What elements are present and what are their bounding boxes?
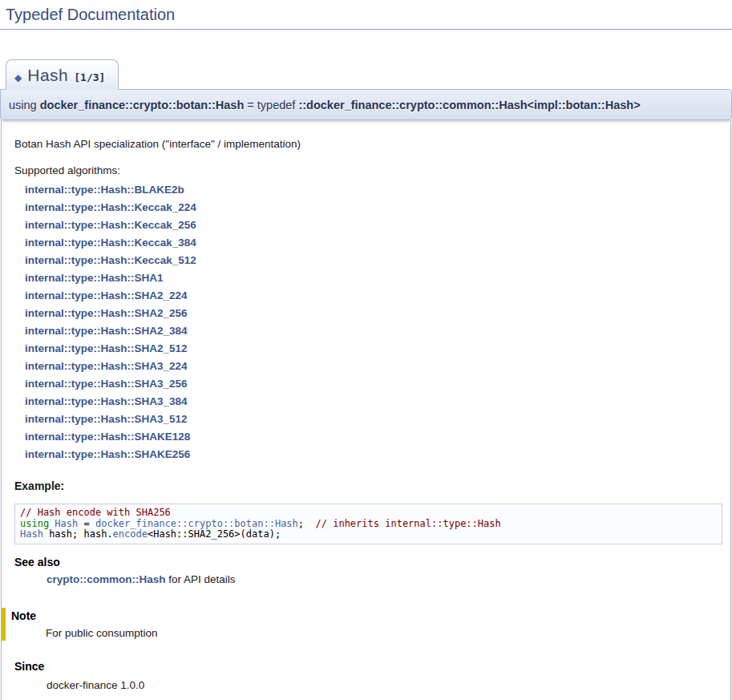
proto-typedef-target: ::docker_finance::crypto::common::Hash<i…	[298, 99, 640, 111]
algorithm-list-item: internal::type::Hash::SHA3_384	[25, 393, 722, 411]
algorithm-link[interactable]: internal::type::Hash::SHA1	[25, 272, 164, 284]
permalink-anchor-icon[interactable]: ◆	[14, 72, 22, 83]
algorithm-link[interactable]: internal::type::Hash::SHA2_512	[25, 342, 188, 354]
page-title: Typedef Documentation	[0, 0, 732, 30]
member-prototype: using docker_finance::crypto::botan::Has…	[0, 89, 732, 120]
see-also-content: crypto::common::Hash for API details	[47, 573, 722, 585]
since-section: Since docker-finance 1.0.0	[14, 660, 722, 691]
code-link-hash[interactable]: Hash	[20, 528, 43, 540]
algorithm-link[interactable]: internal::type::Hash::BLAKE2b	[25, 184, 184, 196]
algorithm-list-item: internal::type::Hash::SHA2_256	[25, 305, 722, 322]
algorithm-list-item: internal::type::Hash::SHA3_512	[25, 411, 722, 428]
algorithm-list-item: internal::type::Hash::SHA1	[25, 269, 722, 287]
see-also-label: See also	[14, 556, 722, 568]
algorithm-list-item: internal::type::Hash::SHA3_224	[25, 358, 722, 375]
see-also-link[interactable]: crypto::common::Hash	[47, 573, 166, 585]
algorithm-list-item: internal::type::Hash::SHA3_256	[25, 375, 722, 393]
note-content: For public consumption	[46, 627, 722, 639]
code-line: using Hash = docker_finance::crypto::bot…	[20, 519, 717, 530]
algorithm-list-item: internal::type::Hash::SHAKE128	[25, 428, 722, 446]
member-title-label: Hash	[27, 66, 68, 85]
algorithm-link[interactable]: internal::type::Hash::SHA3_224	[25, 360, 188, 372]
proto-connector: = typedef	[244, 99, 298, 111]
algorithm-list-item: internal::type::Hash::SHA2_512	[25, 340, 722, 358]
code-comment: // inherits internal::type::Hash	[316, 518, 501, 529]
algorithm-list-item: internal::type::Hash::SHA2_384	[25, 322, 722, 340]
algorithm-list-item: internal::type::Hash::SHAKE256	[25, 446, 722, 463]
algorithm-link[interactable]: internal::type::Hash::SHA3_256	[25, 378, 188, 390]
note-section: Note For public consumption	[2, 608, 722, 641]
algorithm-link[interactable]: internal::type::Hash::Keccak_256	[25, 219, 196, 231]
code-link-encode[interactable]: encode	[113, 528, 148, 540]
algorithm-link[interactable]: internal::type::Hash::SHA2_384	[25, 325, 188, 337]
algorithm-link[interactable]: internal::type::Hash::SHA3_384	[25, 395, 188, 407]
proto-typedef-name: docker_finance::crypto::botan::Hash	[40, 99, 245, 111]
example-label: Example:	[14, 479, 718, 492]
algorithm-list-item: internal::type::Hash::SHA2_224	[25, 287, 722, 305]
see-also-section: See also crypto::common::Hash for API de…	[14, 556, 722, 585]
algorithm-link[interactable]: internal::type::Hash::SHA2_224	[25, 289, 188, 301]
since-label: Since	[14, 660, 722, 673]
algorithm-list: internal::type::Hash::BLAKE2b internal::…	[25, 181, 722, 463]
typedef-member-hash: ◆ Hash [1/3] using docker_finance::crypt…	[0, 59, 732, 700]
algorithm-link[interactable]: internal::type::Hash::SHA3_512	[25, 413, 188, 425]
supported-algorithms-label: Supported algorithms:	[14, 164, 718, 176]
proto-using-keyword: using	[9, 99, 40, 111]
algorithm-link[interactable]: internal::type::Hash::SHAKE128	[25, 431, 190, 443]
code-keyword: using	[20, 518, 49, 529]
algorithm-list-item: internal::type::Hash::Keccak_224	[25, 199, 722, 216]
code-comment: // Hash encode with SHA256	[20, 507, 171, 518]
algorithm-link[interactable]: internal::type::Hash::Keccak_384	[25, 237, 196, 249]
code-line: Hash hash; hash.encode<Hash::SHA2_256>(d…	[20, 529, 717, 540]
algorithm-link[interactable]: internal::type::Hash::SHAKE256	[25, 448, 190, 460]
algorithm-list-item: internal::type::Hash::Keccak_384	[25, 234, 722, 252]
member-overload-index: [1/3]	[74, 71, 105, 83]
note-label: Note	[11, 609, 722, 622]
algorithm-link[interactable]: internal::type::Hash::Keccak_512	[25, 254, 196, 266]
algorithm-list-item: internal::type::Hash::BLAKE2b	[25, 181, 722, 199]
brief-description: Botan Hash API specialization ("interfac…	[14, 138, 718, 150]
member-title-tab: ◆ Hash [1/3]	[6, 59, 119, 90]
algorithm-link[interactable]: internal::type::Hash::SHA2_256	[25, 307, 188, 319]
since-content: docker-finance 1.0.0	[47, 679, 722, 691]
code-link-hash[interactable]: Hash	[55, 518, 78, 529]
algorithm-list-item: internal::type::Hash::Keccak_256	[25, 216, 722, 234]
code-fragment: // Hash encode with SHA256using Hash = d…	[14, 504, 722, 544]
algorithm-list-item: internal::type::Hash::Keccak_512	[25, 252, 722, 269]
algorithm-link[interactable]: internal::type::Hash::Keccak_224	[25, 201, 196, 213]
member-documentation: Botan Hash API specialization ("interfac…	[1, 120, 731, 700]
code-link-botan-hash[interactable]: docker_finance::crypto::botan::Hash	[95, 518, 298, 529]
code-line: // Hash encode with SHA256	[20, 508, 717, 519]
